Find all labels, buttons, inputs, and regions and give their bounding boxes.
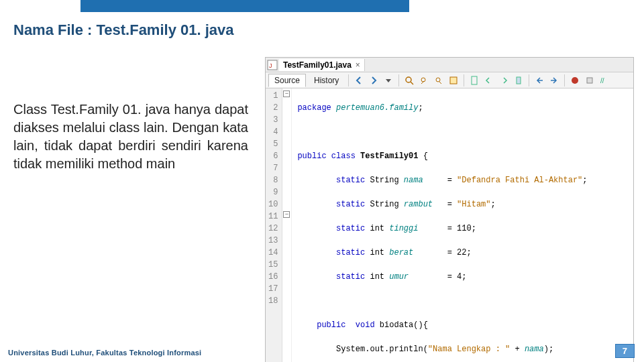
svg-text:J: J — [269, 62, 272, 69]
highlight-icon[interactable] — [447, 74, 460, 86]
fold-icon[interactable]: − — [283, 211, 290, 218]
find-next-icon[interactable] — [433, 74, 445, 86]
divider — [348, 74, 349, 86]
tab-source[interactable]: Source — [268, 74, 306, 87]
ide-screenshot: J TestFamily01.java × Source History // — [265, 57, 634, 362]
fold-icon[interactable]: − — [283, 90, 290, 97]
fold-gutter: − − — [282, 88, 292, 362]
code-content: package pertemuan6.family; public class … — [292, 88, 633, 362]
body-paragraph: Class Test.Family 01. java hanya dapat d… — [13, 101, 248, 173]
divider — [564, 74, 565, 86]
accent-bar — [80, 0, 409, 12]
tab-history[interactable]: History — [309, 74, 344, 86]
toggle-bookmark-icon[interactable] — [513, 74, 525, 86]
file-tab[interactable]: TestFamily01.java × — [279, 59, 365, 71]
shift-left-icon[interactable] — [533, 74, 545, 86]
find-icon[interactable] — [403, 74, 415, 86]
page-title: Nama File : Test.Family 01. java — [13, 21, 234, 39]
svg-rect-7 — [472, 76, 477, 84]
java-file-icon: J — [267, 60, 278, 70]
svg-rect-10 — [587, 78, 592, 83]
divider — [529, 74, 529, 86]
page-number: 7 — [615, 344, 635, 358]
divider — [398, 74, 399, 86]
dropdown-icon[interactable] — [382, 74, 394, 86]
ide-toolbar: Source History // — [266, 72, 633, 88]
shift-right-icon[interactable] — [548, 74, 560, 86]
nav-forward-icon[interactable] — [368, 74, 380, 86]
divider — [464, 74, 464, 86]
code-editor[interactable]: 123456789 101112131415161718 − − package… — [266, 88, 633, 362]
find-prev-icon[interactable] — [418, 74, 430, 86]
svg-point-9 — [572, 77, 578, 84]
comment-icon[interactable]: // — [598, 74, 610, 86]
prev-bookmark-icon[interactable] — [483, 74, 495, 86]
svg-point-2 — [406, 77, 411, 82]
svg-line-3 — [411, 82, 413, 84]
svg-point-4 — [421, 78, 425, 82]
ide-tab-bar: J TestFamily01.java × — [266, 58, 633, 72]
nav-back-icon[interactable] — [353, 74, 365, 86]
footer-text: Universitas Budi Luhur, Fakultas Teknolo… — [8, 349, 201, 357]
bookmark-icon[interactable] — [468, 74, 480, 86]
close-icon[interactable]: × — [356, 60, 360, 70]
svg-rect-8 — [517, 77, 521, 84]
line-number-gutter: 123456789 101112131415161718 — [266, 88, 282, 362]
svg-text://: // — [600, 77, 604, 84]
svg-point-5 — [436, 78, 440, 82]
file-tab-label: TestFamily01.java — [283, 60, 352, 70]
svg-rect-6 — [450, 77, 457, 84]
next-bookmark-icon[interactable] — [498, 74, 510, 86]
stop-macro-icon[interactable] — [584, 74, 596, 86]
record-macro-icon[interactable] — [569, 74, 581, 86]
